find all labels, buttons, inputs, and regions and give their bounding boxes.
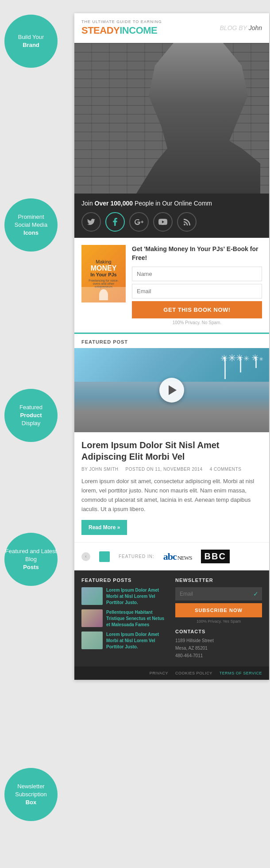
- featured-in-label: FEATURED IN:: [119, 554, 154, 559]
- book-cover: Making MONEY In Your PJs Freelancing for…: [81, 245, 126, 302]
- book-title-making: Making: [96, 259, 111, 264]
- title-income: INCOME: [120, 25, 157, 36]
- product-form: Get 'Making Money In Your PJs' E-Book fo…: [132, 245, 262, 325]
- turbine-1: ✳: [220, 353, 229, 379]
- partner-prev-button[interactable]: ‹: [81, 552, 90, 561]
- footer-post-text-2: Pellentesque Habitant Tristique Senectus…: [106, 609, 168, 628]
- name-input[interactable]: [132, 267, 262, 281]
- footer-post-link-1[interactable]: Lorem Ipsum Dolor Amet Morbi at Nisl Lor…: [106, 588, 159, 605]
- youtube-icon[interactable]: [153, 212, 173, 232]
- footer-post-link-2[interactable]: Pellentesque Habitant Tristique Senectus…: [106, 610, 164, 627]
- post-comments: 4 COMMENTS: [210, 467, 242, 472]
- join-suffix: People in Our Online Comm: [135, 200, 212, 207]
- post-date: POSTED ON 11, NOVEMBER 2014: [126, 467, 203, 472]
- site-title: STEADYINCOME: [81, 25, 162, 36]
- hero-image: [74, 43, 269, 194]
- title-steady: STEADY: [81, 25, 120, 36]
- turbine-3: ✳: [251, 353, 260, 379]
- footer-post-thumb-3: [81, 632, 103, 649]
- social-bar: Join Over 100,000 People in Our Online C…: [74, 194, 269, 238]
- terms-link[interactable]: TERMS OF SERVICE: [220, 671, 262, 675]
- footer-newsletter-title: NEWSLETTER: [175, 577, 262, 583]
- site-footer: FEATURED POSTS Lorem Ipsum Dolor Amet Mo…: [74, 570, 269, 666]
- post-excerpt: Lorem ipsum dolor sit amet, consectetur …: [81, 477, 262, 514]
- email-input[interactable]: [132, 284, 262, 298]
- blog-by-label: BLOG BY John: [220, 24, 262, 31]
- svg-point-0: [184, 224, 185, 225]
- privacy-link[interactable]: PRIVACY: [150, 671, 168, 675]
- post-content: Lorem Ipsum Dolor Sit Nisl Amet Adipisci…: [74, 432, 269, 542]
- phone: 480-464-7011: [175, 653, 203, 658]
- annotation-featured-product: FeaturedProductDisplay: [4, 389, 58, 442]
- cookies-link[interactable]: COOKIES POLICY: [175, 671, 212, 675]
- post-author: BY JOHN SMITH: [81, 467, 119, 472]
- footer-post-link-3[interactable]: Lorem Ipsum Dolor Amet Morbi at Nisl Lor…: [106, 632, 159, 649]
- read-more-button[interactable]: Read More »: [81, 520, 127, 535]
- book-cover-illustration: [81, 287, 126, 302]
- rss-icon[interactable]: [177, 212, 197, 232]
- site-branding: THE ULTIMATE GUIDE TO EARNING STEADYINCO…: [81, 19, 162, 36]
- address-line1: 1189 Hillside Street: [175, 638, 214, 643]
- footer-privacy-text: 100% Privacy. Yes Spam: [175, 619, 262, 624]
- post-meta: BY JOHN SMITH POSTED ON 11, NOVEMBER 201…: [81, 467, 262, 472]
- footer-posts-col: FEATURED POSTS Lorem Ipsum Dolor Amet Mo…: [81, 577, 168, 659]
- footer-email-input[interactable]: [175, 587, 262, 601]
- contacts-title: CONTACTS: [175, 629, 262, 634]
- site-header: THE ULTIMATE GUIDE TO EARNING STEADYINCO…: [74, 13, 269, 43]
- abc-news-logo: abcNEWS: [163, 551, 192, 562]
- featured-video-thumbnail: ✳ ✳ ✳: [74, 348, 269, 432]
- contacts-section: CONTACTS 1189 Hillside Street Mesa, AZ 8…: [175, 629, 262, 659]
- twitter-icon[interactable]: [81, 212, 101, 232]
- author-name: John: [249, 24, 262, 31]
- email-check-icon: ✓: [253, 590, 258, 597]
- footer-post-item-3: Lorem Ipsum Dolor Amet Morbi at Nisl Lor…: [81, 632, 168, 650]
- play-triangle-icon: [169, 385, 177, 395]
- footer-bottom-bar: PRIVACY COOKIES POLICY TERMS OF SERVICE: [74, 666, 269, 680]
- footer-newsletter-col: NEWSLETTER ✓ SUBSCRIBE NOW 100% Privacy.…: [175, 577, 262, 659]
- site-tagline: THE ULTIMATE GUIDE TO EARNING: [81, 19, 162, 24]
- bbc-logo: BBC: [201, 550, 230, 563]
- facebook-icon[interactable]: [105, 212, 125, 232]
- video-turbines: ✳ ✳ ✳: [220, 353, 260, 379]
- join-text: Join Over 100,000 People in Our Online C…: [81, 200, 262, 207]
- subscribe-button[interactable]: SUBSCRIBE NOW: [175, 603, 262, 617]
- footer-post-thumb-1: [81, 587, 103, 605]
- footer-post-thumb-2: [81, 609, 103, 627]
- footer-post-item-1: Lorem Ipsum Dolor Amet Morbi at Nisl Lor…: [81, 587, 168, 606]
- main-content: THE ULTIMATE GUIDE TO EARNING STEADYINCO…: [74, 13, 269, 680]
- partner-thumb-logo: [99, 551, 110, 562]
- product-headline: Get 'Making Money In Your PJs' E-Book fo…: [132, 245, 262, 262]
- footer-email-wrapper: ✓: [175, 587, 262, 601]
- partner-logos: ‹ FEATURED IN: abcNEWS BBC: [74, 542, 269, 570]
- get-book-button[interactable]: GET THIS BOOK NOW!: [132, 301, 262, 318]
- featured-post-label: FEATURED POST: [74, 333, 269, 348]
- footer-post-text-3: Lorem Ipsum Dolor Amet Morbi at Nisl Lor…: [106, 632, 168, 650]
- footer-post-item-2: Pellentesque Habitant Tristique Senectus…: [81, 609, 168, 628]
- address-line2: Mesa, AZ 85201: [175, 646, 208, 651]
- annotation-social-media: ProminentSocial MediaIcons: [4, 198, 58, 252]
- book-title-pjs: In Your PJs: [90, 272, 117, 277]
- join-prefix: Join: [81, 200, 95, 207]
- join-count: Over 100,000: [95, 200, 133, 207]
- footer-posts-title: FEATURED POSTS: [81, 577, 168, 583]
- social-icons-row: [81, 212, 262, 232]
- annotation-newsletter: Newsletter SubscriptionBox: [4, 768, 58, 821]
- turbine-2: ✳: [236, 353, 245, 379]
- product-privacy-note: 100% Privacy. No Spam.: [132, 320, 262, 325]
- post-title: Lorem Ipsum Dolor Sit Nisl Amet Adipisci…: [81, 439, 262, 462]
- play-button[interactable]: [159, 378, 184, 403]
- book-title-money: MONEY: [91, 264, 117, 272]
- contacts-address: 1189 Hillside Street Mesa, AZ 85201 480-…: [175, 637, 262, 659]
- product-box: Making MONEY In Your PJs Freelancing for…: [74, 238, 269, 333]
- annotation-blog-posts: Featured and Latest BlogPosts: [4, 533, 58, 586]
- annotation-build-brand: Build YourBrand: [4, 15, 58, 68]
- footer-post-text-1: Lorem Ipsum Dolor Amet Morbi at Nisl Lor…: [106, 587, 168, 606]
- google-plus-icon[interactable]: [129, 212, 149, 232]
